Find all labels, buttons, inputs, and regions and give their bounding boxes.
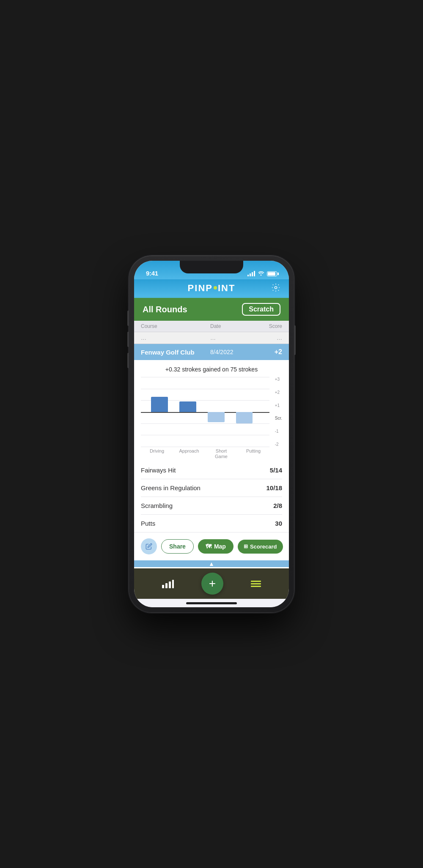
stats-section: Fairways Hit 5/14 Greens in Regulation 1… <box>134 461 289 532</box>
y-label-scr: Scr. <box>275 416 282 420</box>
x-label-driving: Driving <box>146 448 168 459</box>
bar-shortgame <box>208 412 225 423</box>
map-button[interactable]: 🗺 Map <box>198 539 233 554</box>
y-label-p2: +2 <box>275 390 282 395</box>
stat-fairways: Fairways Hit 5/14 <box>141 461 282 479</box>
bottom-nav: + <box>134 568 289 599</box>
stats-icon <box>162 579 174 588</box>
settings-button[interactable] <box>271 283 280 295</box>
home-bar <box>186 602 237 604</box>
status-time: 9:41 <box>146 270 158 277</box>
content-area: Course Date Score … … … Fenway Golf Club… <box>134 321 289 568</box>
x-label-putting: Putting <box>243 448 264 459</box>
action-buttons: Share 🗺 Map ⊞ Scorecard <box>134 532 289 560</box>
selected-score: +2 <box>253 348 282 356</box>
chart-container: +3 +2 +1 Scr. -1 -2 Driving Approach Sho… <box>134 377 289 461</box>
list-icon <box>251 581 261 587</box>
bar-putting <box>236 412 253 424</box>
table-header: Course Date Score <box>134 321 289 332</box>
gir-label: Greens in Regulation <box>141 484 201 491</box>
putts-label: Putts <box>141 520 155 527</box>
stats-nav-button[interactable] <box>159 576 177 592</box>
round-detail: +0.32 strokes gained on 75 strokes <box>134 360 289 560</box>
collapse-handle[interactable]: ▲ <box>134 560 289 567</box>
fairways-value: 5/14 <box>270 467 282 474</box>
fairways-label: Fairways Hit <box>141 467 176 474</box>
y-label-p1: +1 <box>275 403 282 408</box>
phone-device: 9:41 <box>129 256 294 612</box>
app-header: PINPINT All Rounds Scratch <box>134 279 289 321</box>
col-date-header: Date <box>210 323 253 329</box>
chevron-up-icon: ▲ <box>209 560 214 567</box>
share-button[interactable]: Share <box>161 539 194 554</box>
phone-screen: 9:41 <box>134 261 289 607</box>
col-course-header: Course <box>141 323 210 329</box>
header-top: PINPINT <box>143 279 280 298</box>
scratch-button[interactable]: Scratch <box>242 303 280 316</box>
header-title-row: All Rounds Scratch <box>134 298 289 321</box>
scorecard-icon: ⊞ <box>244 543 248 549</box>
logo-dot <box>214 286 217 289</box>
scorecard-button[interactable]: ⊞ Scorecard <box>238 540 283 554</box>
strokes-gained-title: +0.32 strokes gained on 75 strokes <box>134 360 289 377</box>
gir-value: 10/18 <box>266 484 282 491</box>
page-title: All Rounds <box>143 305 187 314</box>
col-score-header: Score <box>253 323 282 329</box>
bar-driving <box>151 397 168 412</box>
stat-gir: Greens in Regulation 10/18 <box>141 479 282 497</box>
status-icons <box>247 270 277 277</box>
bar-approach <box>179 401 196 412</box>
partial-row-top: … … … <box>134 332 289 344</box>
putts-value: 30 <box>275 520 282 527</box>
edit-button[interactable] <box>141 538 157 554</box>
plus-icon: + <box>209 577 216 590</box>
list-nav-button[interactable] <box>247 577 264 590</box>
svg-point-0 <box>275 287 277 289</box>
add-round-button[interactable]: + <box>201 573 223 595</box>
y-label-n2: -2 <box>275 442 282 447</box>
y-label-n1: -1 <box>275 429 282 434</box>
scrambling-label: Scrambling <box>141 502 173 509</box>
notch <box>180 261 243 273</box>
x-label-shortgame: ShortGame <box>211 448 232 459</box>
x-label-approach: Approach <box>179 448 200 459</box>
signal-icon <box>247 271 255 276</box>
selected-round-row[interactable]: Fenway Golf Club 8/4/2022 +2 <box>134 344 289 360</box>
stat-scrambling: Scrambling 2/8 <box>141 497 282 515</box>
battery-icon <box>267 271 277 276</box>
scrambling-value: 2/8 <box>273 502 282 509</box>
selected-course-name: Fenway Golf Club <box>141 349 210 356</box>
stat-putts: Putts 30 <box>141 515 282 532</box>
wifi-icon <box>258 270 264 277</box>
selected-date: 8/4/2022 <box>210 349 253 355</box>
y-label-p3: +3 <box>275 377 282 382</box>
map-icon: 🗺 <box>206 543 212 550</box>
home-indicator <box>134 599 289 607</box>
app-logo: PINPINT <box>188 283 236 294</box>
